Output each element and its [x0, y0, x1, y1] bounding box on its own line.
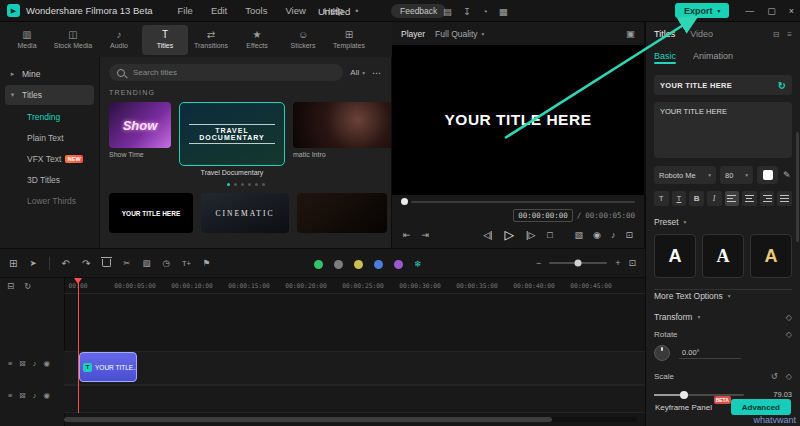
current-timecode[interactable]: 00:00:00:00	[513, 209, 573, 222]
mark-out-icon[interactable]: ⇥	[422, 230, 430, 240]
pointer-tool-icon[interactable]: ➤	[29, 258, 36, 268]
lock-track-icon[interactable]: ⊠	[19, 391, 25, 400]
sidebar-item-3d-titles[interactable]: 3D Titles	[0, 169, 99, 190]
collapse-panel-icon[interactable]: ⊟	[773, 30, 780, 39]
split-icon[interactable]: ✂	[123, 258, 130, 268]
mute-track-icon[interactable]: ♪	[33, 359, 37, 368]
tab-transitions[interactable]: ⇄Transitions	[188, 25, 234, 55]
delete-icon[interactable]	[102, 259, 111, 267]
tab-stock-media[interactable]: ◫Stock Media	[50, 25, 96, 55]
tab-titles-properties[interactable]: Titles	[654, 29, 675, 39]
speed-icon[interactable]: ◷	[162, 258, 169, 268]
crop-icon[interactable]: ▧	[142, 258, 150, 268]
page-dot[interactable]	[234, 183, 237, 186]
time-ruler[interactable]: 00:00 00:00:05:00 00:00:10:00 00:00:15:0…	[64, 278, 645, 294]
scrollbar-handle[interactable]	[64, 417, 552, 422]
keyframe-diamond-icon[interactable]: ◇	[786, 313, 792, 322]
sidebar-item-lower-thirds[interactable]: Lower Thirds	[0, 190, 99, 211]
play-button[interactable]: ▷	[504, 227, 514, 242]
sidebar-item-vfx-text[interactable]: VFX Text NEW	[0, 148, 99, 169]
slider-handle[interactable]	[680, 391, 688, 399]
preset-section[interactable]: Preset ▾	[654, 217, 792, 227]
text-case-button[interactable]: T	[654, 191, 669, 206]
preset-style-2[interactable]: A	[702, 234, 744, 278]
snapshot-icon[interactable]: ◉	[593, 230, 601, 240]
mute-track-icon[interactable]: ♪	[33, 391, 37, 400]
keyframe-tool-icon[interactable]	[374, 260, 383, 269]
more-options-icon[interactable]: ⋯	[372, 68, 382, 78]
align-right-button[interactable]	[760, 191, 775, 206]
fit-timeline-icon[interactable]: ⊡	[628, 258, 636, 268]
thumbnail[interactable]: Show	[109, 102, 171, 148]
keyframe-panel-button[interactable]: Keyframe Panel BETA	[655, 403, 712, 412]
crop-preview-icon[interactable]: ▧	[575, 230, 584, 240]
undo-icon[interactable]: ↶	[62, 258, 70, 269]
transform-section[interactable]: Transform ▾ ◇	[654, 312, 792, 322]
scale-slider[interactable]	[654, 394, 744, 396]
rotate-value-field[interactable]: 0.00°	[679, 347, 741, 359]
italic-button[interactable]: I	[707, 191, 722, 206]
search-box[interactable]	[109, 64, 343, 81]
volume-icon[interactable]: ♪	[611, 230, 616, 240]
menu-file[interactable]: File	[178, 5, 193, 16]
title-card-cinematic-intro[interactable]: matic Intro	[293, 102, 392, 158]
minimize-button[interactable]: —	[745, 6, 754, 16]
font-size-dropdown[interactable]: 80 ▾	[720, 166, 753, 184]
page-dot[interactable]	[255, 183, 258, 186]
align-justify-button[interactable]	[777, 191, 792, 206]
menu-tools[interactable]: Tools	[245, 5, 267, 16]
thumbnail[interactable]	[293, 102, 392, 148]
toggle-visibility-icon[interactable]: ◉	[43, 391, 50, 400]
notifications-icon[interactable]: ◔	[482, 6, 488, 17]
title-card-show-time[interactable]: Show Show Time	[109, 102, 171, 158]
motion-track-tool-icon[interactable]	[394, 260, 403, 269]
advanced-button[interactable]: Advanced	[731, 399, 791, 415]
tab-audio[interactable]: ♪Audio	[96, 25, 142, 55]
page-dot[interactable]	[248, 183, 251, 186]
title-card-cinematic[interactable]: CINEMATIC	[201, 193, 289, 233]
filter-dropdown[interactable]: All ▾	[350, 68, 365, 77]
more-text-options[interactable]: More Text Options ▾	[654, 289, 792, 301]
seek-bar[interactable]	[392, 195, 644, 208]
panel-menu-icon[interactable]: ≡	[787, 30, 792, 39]
video-track-1[interactable]	[64, 351, 645, 385]
tab-stickers[interactable]: ☺Stickers	[280, 25, 326, 55]
reset-icon[interactable]: ↺	[771, 371, 778, 381]
subtab-animation[interactable]: Animation	[693, 51, 733, 61]
tab-media[interactable]: ▥Media	[4, 25, 50, 55]
title-card-your-title[interactable]: YOUR TITLE HERE	[109, 193, 193, 233]
marker-icon[interactable]: ⚑	[203, 258, 211, 268]
thumbnail-selected[interactable]: TRAVEL DOCUMENTARY	[179, 102, 285, 166]
track-menu-icon[interactable]: ≡	[8, 359, 12, 368]
layout-icon[interactable]: ▤	[443, 6, 452, 17]
snapshot-view-icon[interactable]: ▣	[626, 28, 635, 39]
quality-dropdown[interactable]: Full Quality ▾	[435, 29, 484, 39]
tab-templates[interactable]: ⊞Templates	[326, 25, 372, 55]
maximize-button[interactable]: ▢	[767, 6, 776, 16]
scale-value[interactable]: 79.03	[773, 390, 792, 399]
preview-canvas[interactable]: YOUR TITLE HERE	[392, 45, 644, 195]
menu-view[interactable]: View	[285, 5, 305, 16]
zoom-slider-handle[interactable]	[575, 260, 582, 267]
mark-in-icon[interactable]: ⇤	[403, 230, 411, 240]
title-text-input[interactable]: YOUR TITLE HERE	[654, 102, 792, 158]
sidebar-group-mine[interactable]: ▸ Mine	[0, 64, 99, 84]
media-browser-icon[interactable]: ⊞	[9, 258, 17, 269]
page-dot[interactable]	[227, 183, 230, 186]
inspector-scrollbar[interactable]	[796, 132, 799, 242]
voiceover-tool-icon[interactable]	[334, 260, 343, 269]
seek-track[interactable]	[411, 201, 635, 203]
preset-style-1[interactable]: A	[654, 234, 696, 278]
underline-button[interactable]: T	[672, 191, 687, 206]
keyframe-diamond-icon[interactable]: ◇	[786, 330, 792, 339]
title-section-header[interactable]: YOUR TITLE HERE ↻	[654, 75, 792, 95]
font-family-dropdown[interactable]: Roboto Me ▾	[654, 166, 716, 184]
subtab-basic[interactable]: Basic	[654, 51, 676, 61]
preview-title-text[interactable]: YOUR TITLE HERE	[444, 111, 591, 129]
toggle-visibility-icon[interactable]: ◉	[43, 359, 50, 368]
add-text-icon[interactable]: T+	[182, 259, 191, 268]
beat-detect-tool-icon[interactable]	[354, 260, 363, 269]
feedback-button[interactable]: Feedback	[391, 4, 446, 18]
sidebar-item-plain-text[interactable]: Plain Text	[0, 127, 99, 148]
seek-handle[interactable]	[401, 198, 408, 205]
